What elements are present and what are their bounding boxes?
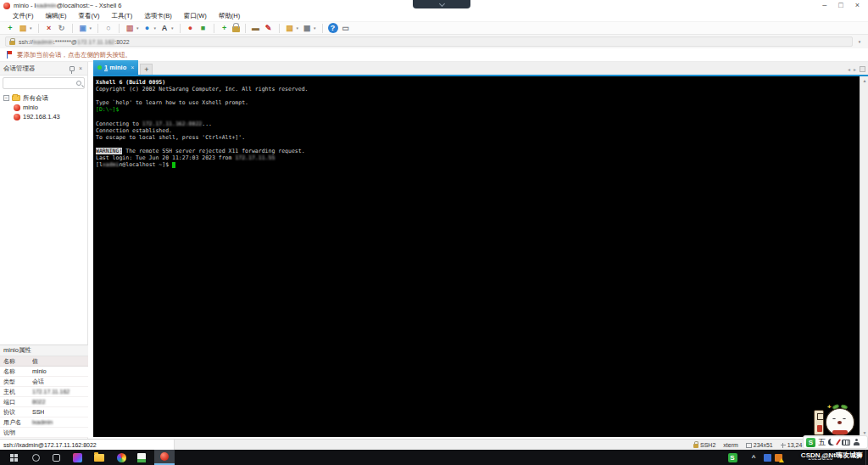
panel-close-icon[interactable]: × [77,65,84,71]
tab-menu-icon[interactable] [860,66,865,72]
terminal-line: Xshell 6 (Build 0095) [96,79,860,86]
status-protocol: SSH2 [693,442,715,448]
person-icon[interactable] [853,439,860,445]
folder-icon[interactable]: ▤ [285,23,295,33]
cortana-button[interactable] [27,450,44,465]
scroll-up-icon[interactable]: ▲ [860,76,868,85]
dropdown-caret-icon[interactable]: ▾ [314,25,316,31]
tray-icon-orange[interactable] [772,450,784,465]
properties-panel: minio属性 名称 值 名称minio类型会话主机172.17.11.162端… [0,345,88,438]
tray-expand-button[interactable]: ^ [748,450,760,465]
menu-item[interactable]: 编辑(E) [40,12,73,20]
session-item[interactable]: minio [3,103,87,112]
windows-logo-icon [10,454,18,462]
help-icon[interactable]: ? [328,23,338,33]
minimize-button[interactable]: – [822,0,826,11]
tree-expander-icon[interactable]: − [3,95,9,101]
dropdown-caret-icon[interactable]: ▾ [154,25,157,31]
taskbar-app-xshell[interactable] [154,450,175,465]
sparkle-icon: + [827,403,832,411]
terminal-line: [D:\~]$ [96,106,860,113]
menu-item[interactable]: 窗口(W) [178,12,213,20]
address-dropdown-icon[interactable]: ▾ [856,38,863,45]
open-folder-icon[interactable]: ▤ [18,23,28,33]
address-bar: ssh://lxadmin:*******@172.17.11.162:8022… [0,35,868,48]
tab-minio[interactable]: 1 minio × [93,60,138,75]
session-search-box[interactable] [3,77,85,89]
lock-icon [9,41,15,45]
tray-icon-blue[interactable] [761,450,773,465]
taskbar-app-editor[interactable] [132,450,151,465]
tab-scroll-arrows[interactable]: ◂▸ [848,66,856,72]
property-value: lxadmin [32,419,53,425]
terminal-scrollbar[interactable]: ▲ ▼ [860,76,868,437]
briefcase-icon[interactable]: ▬ [251,23,261,33]
chat-icon[interactable]: ▭ [341,23,351,33]
tray-sogou[interactable]: S [726,450,739,465]
menu-item[interactable]: 选项卡(B) [138,12,178,20]
address-field[interactable]: ssh://lxadmin:*******@172.17.11.162:8022 [5,36,853,47]
session-manager-title: 会话管理器 [3,64,70,73]
pen-icon[interactable] [836,439,841,445]
taskbar-app-ide[interactable] [68,450,86,465]
session-item[interactable]: 192.168.1.43 [3,112,87,121]
terminal-line [96,141,860,148]
dropdown-caret-icon[interactable]: ▾ [90,25,92,31]
dropdown-caret-icon[interactable]: ▾ [297,25,299,31]
pin-icon[interactable] [70,66,75,71]
disconnect-icon[interactable]: × [44,23,54,33]
web-icon[interactable]: ● [142,23,153,33]
property-row: 用户名lxadmin [0,417,88,428]
find-icon[interactable]: ○ [103,23,114,33]
reconnect-icon[interactable]: ↻ [57,23,67,33]
terminal[interactable]: Xshell 6 (Build 0095)Copyright (c) 2002 … [93,76,860,437]
menu-item[interactable]: 文件(F) [7,12,40,20]
tab-close-icon[interactable]: × [131,64,134,70]
content-area: 1 minio × + ◂▸ Xshell 6 (Build 0095)Copy… [93,62,868,439]
property-row: 端口8022 [0,397,88,407]
ime-toolbar[interactable]: S 五 [803,435,868,449]
address-url: ssh://lxadmin:*******@172.17.11.162:8022 [19,39,130,45]
toolbar: +▤▾×↻▣▾○▥▾●▾A▾●■+▬✎▤▾▦▾?▭ [0,22,868,35]
dropdown-caret-icon[interactable]: ▾ [171,25,174,31]
moon-icon[interactable] [828,439,835,445]
new-session-icon[interactable]: + [5,23,15,33]
tree-root-row[interactable]: − 所有会话 [3,93,87,103]
taskbar-app-colorwheel[interactable] [112,450,131,465]
start-button[interactable] [5,450,22,465]
sogou-logo-icon[interactable]: S [806,438,815,447]
close-button[interactable]: × [855,0,860,11]
task-view-button[interactable] [47,450,64,465]
property-name: 说明 [0,429,32,437]
property-row: 主机172.17.11.162 [0,387,88,397]
tray-app-icon [764,454,771,462]
tab-bar: 1 minio × + ◂▸ [93,62,868,76]
lock-icon[interactable] [232,26,240,32]
keyboard-icon[interactable] [842,440,850,445]
ime-mode-label[interactable]: 五 [818,437,826,448]
maximize-button[interactable]: □ [838,0,843,11]
xftp-icon[interactable]: ■ [198,23,209,33]
new-file-transfer-icon[interactable]: ▣ [78,23,88,33]
layout-icon[interactable]: ▦ [302,23,312,33]
fullscreen-icon[interactable]: + [220,23,230,33]
xshell-session-icon [14,114,20,120]
dropdown-caret-icon[interactable]: ▾ [136,25,139,31]
xshell-icon[interactable]: ● [186,23,196,33]
font-icon[interactable]: A [159,23,170,33]
menu-item[interactable]: 工具(T) [106,12,139,20]
menu-item[interactable]: 帮助(H) [213,12,246,20]
address-book-icon[interactable]: ▥ [125,23,135,33]
search-icon [76,81,81,86]
new-tab-button[interactable]: + [140,64,153,75]
window-title: minio - lxadmin@localhost:~ - Xshell 6 [14,2,121,9]
taskbar-app-explorer[interactable] [90,450,108,465]
toolbar-separator [214,24,214,33]
session-search-input[interactable] [6,81,76,87]
property-name: 用户名 [0,418,32,427]
property-value: 8022 [32,399,46,405]
highlighter-icon[interactable]: ✎ [264,23,274,33]
menu-item[interactable]: 查看(V) [73,12,106,20]
screen-recorder-handle[interactable] [413,0,470,8]
dropdown-caret-icon[interactable]: ▾ [30,25,32,31]
